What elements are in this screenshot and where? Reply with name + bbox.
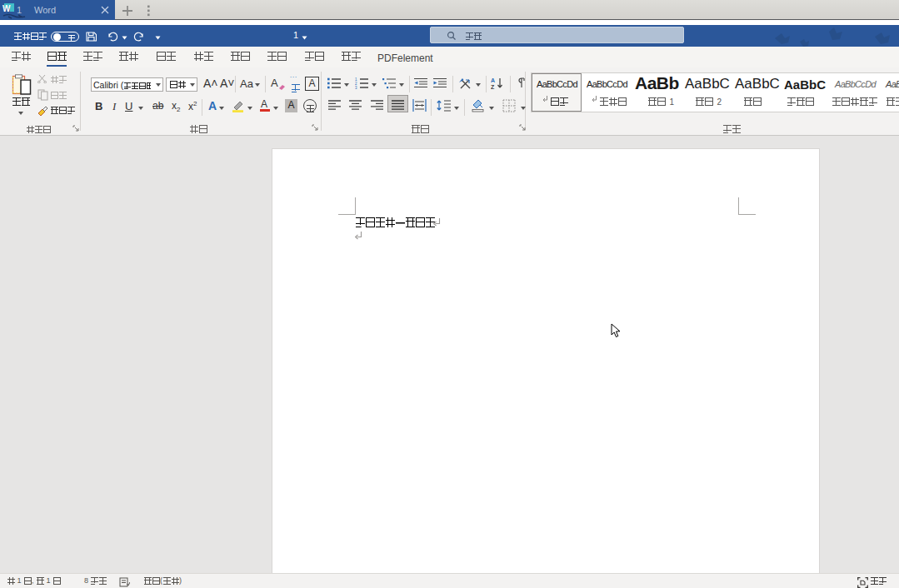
svg-text:A: A xyxy=(491,77,495,83)
svg-text:3: 3 xyxy=(355,86,357,89)
svg-text:Z: Z xyxy=(491,84,495,90)
